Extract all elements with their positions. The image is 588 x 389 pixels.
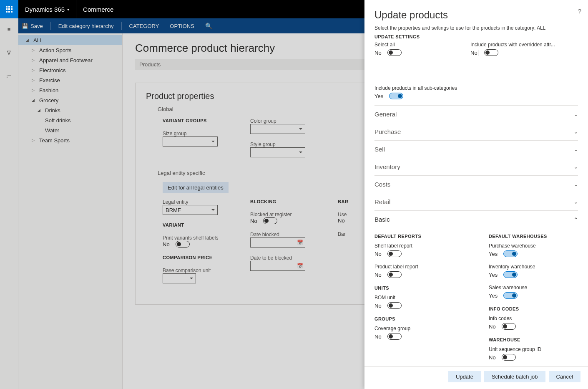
info-codes-toggle[interactable] [502,323,516,330]
section-purchase[interactable]: Purchase⌄ [374,123,578,141]
unit-sequence-toggle[interactable] [502,354,516,361]
default-reports-heading: DEFAULT REPORTS [374,234,464,239]
section-label: Costs [374,181,390,188]
help-button[interactable]: ? [578,8,581,15]
section-retail[interactable]: Retail⌄ [374,193,578,211]
coverage-group-value: No [374,333,382,340]
update-products-flyout: ? Update products Select the properties … [364,0,588,389]
accordion: General⌄ Purchase⌄ Sell⌄ Inventory⌄ Cost… [374,105,578,366]
select-all-label: Select all [374,42,445,48]
update-button[interactable]: Update [448,371,481,382]
info-codes-heading: INFO CODES [489,306,578,311]
section-label: Retail [374,198,390,205]
product-label-report-label: Product label report [374,264,464,270]
flyout-footer: Update Schedule batch job Cancel [364,366,588,389]
inventory-warehouse-toggle[interactable] [503,271,518,278]
app-launcher-button[interactable] [0,0,18,18]
bom-unit-value: No [374,303,382,309]
inventory-warehouse-label: Inventory warehouse [489,264,578,270]
bom-unit-label: BOM unit [374,295,464,301]
section-costs[interactable]: Costs⌄ [374,176,578,193]
section-label: Inventory [374,163,400,170]
section-general[interactable]: General⌄ [374,106,578,123]
warehouse-heading: WAREHOUSE [489,337,578,342]
chevron-down-icon: ▾ [67,7,69,12]
purchase-warehouse-toggle[interactable] [503,250,518,257]
select-all-toggle[interactable] [387,49,402,56]
default-warehouses-heading: DEFAULT WAREHOUSES [489,234,578,239]
cancel-button[interactable]: Cancel [549,371,580,382]
chevron-down-icon: ⌄ [574,111,578,117]
section-inventory[interactable]: Inventory⌄ [374,158,578,176]
chevron-up-icon: ⌃ [574,217,578,222]
include-overridden-value: No [470,50,478,56]
select-all-value: No [374,50,382,56]
chevron-down-icon: ⌄ [574,164,578,170]
waffle-icon [6,6,13,13]
shelf-label-report-value: No [374,251,382,257]
unit-sequence-label: Unit sequence group ID [489,346,578,352]
units-heading: UNITS [374,285,464,290]
sales-warehouse-value: Yes [489,293,498,299]
info-codes-value: No [489,323,496,330]
coverage-group-toggle[interactable] [387,333,402,340]
flyout-title: Update products [374,9,578,21]
info-codes-label: Info codes [489,316,578,321]
flyout-instruction: Select the properties and settings to us… [374,25,578,31]
groups-heading: GROUPS [374,316,464,321]
section-basic[interactable]: Basic⌃ [374,211,578,228]
shelf-label-report-toggle[interactable] [387,250,402,257]
product-label-report-value: No [374,272,382,278]
include-overridden-toggle[interactable] [484,49,498,56]
include-subcats-value: Yes [374,93,383,99]
chevron-down-icon: ⌄ [574,182,578,187]
unit-sequence-value: No [489,354,496,361]
sales-warehouse-label: Sales warehouse [489,285,578,290]
app-name-dropdown[interactable]: Dynamics 365 ▾ [18,0,76,18]
help-icon: ? [578,8,581,15]
section-label: Purchase [374,128,401,135]
include-overridden-label: Include products with overridden attr... [470,42,555,48]
section-label: Basic [374,216,390,223]
purchase-warehouse-label: Purchase warehouse [489,243,578,249]
sales-warehouse-toggle[interactable] [503,292,518,299]
product-label-report-toggle[interactable] [387,271,402,278]
module-name[interactable]: Commerce [76,6,120,13]
update-settings-heading: UPDATE SETTINGS [374,34,578,39]
coverage-group-label: Coverage group [374,326,464,331]
section-sell[interactable]: Sell⌄ [374,141,578,158]
shelf-label-report-label: Shelf label report [374,243,464,249]
flyout-body: Select the properties and settings to us… [364,25,588,366]
section-label: Sell [374,146,385,153]
chevron-down-icon: ⌄ [574,199,578,205]
purchase-warehouse-value: Yes [489,251,498,257]
chevron-down-icon: ⌄ [574,147,578,152]
app-name-label: Dynamics 365 [25,6,65,13]
bom-unit-toggle[interactable] [387,302,402,309]
basic-content: DEFAULT REPORTS Shelf label report No Pr… [374,228,578,366]
inventory-warehouse-value: Yes [489,272,498,278]
section-label: General [374,111,397,118]
include-subcats-label: Include products in all sub-categories [374,85,457,91]
flyout-header: Update products [364,0,588,25]
schedule-batch-job-button[interactable]: Schedule batch job [484,371,545,382]
include-subcats-toggle[interactable] [389,93,403,99]
chevron-down-icon: ⌄ [574,129,578,135]
